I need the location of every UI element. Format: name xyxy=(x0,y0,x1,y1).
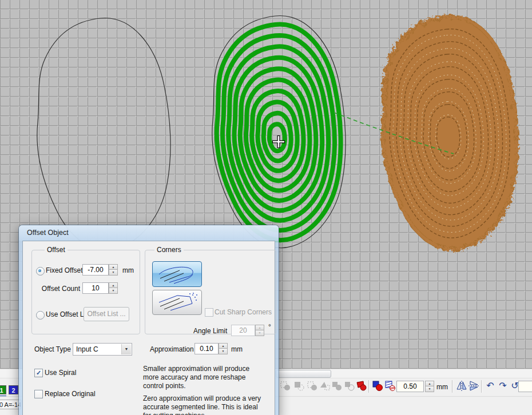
fixed-offset-unit: mm xyxy=(122,266,134,274)
approximation-note-2: Zero approximation will produce a very a… xyxy=(143,394,267,415)
step-up-button[interactable]: ▲ xyxy=(109,264,118,270)
replace-original-checkbox[interactable] xyxy=(34,390,43,398)
offset-object-dialog: Offset Object Offset Fixed Offset ▲▼ mm … xyxy=(19,225,279,415)
step-up-button[interactable]: ▲ xyxy=(255,325,264,330)
step-up-button[interactable]: ▲ xyxy=(219,343,228,349)
object-type-value: Input C xyxy=(76,345,98,353)
fixed-offset-radio[interactable] xyxy=(36,267,45,276)
approximation-input[interactable] xyxy=(194,343,219,354)
gray-shapes-icon-5[interactable] xyxy=(331,380,343,392)
scrollbar-thumb[interactable] xyxy=(276,370,331,378)
object-type-dropdown[interactable]: Input C ▼ xyxy=(73,343,132,356)
dialog-title: Offset Object xyxy=(27,229,69,237)
offset-count-label: Offset Count xyxy=(34,285,80,293)
rotate-left-icon[interactable]: ↶ xyxy=(484,380,497,392)
toolbar-separator xyxy=(452,380,453,393)
approximation-unit: mm xyxy=(231,345,243,353)
sharp-corner-icon xyxy=(157,293,198,312)
approximation-note-1: Smaller approximation will produce more … xyxy=(143,365,267,390)
cut-sharp-corners-checkbox[interactable] xyxy=(205,308,213,317)
gray-shapes-icon-3[interactable] xyxy=(306,380,319,392)
stitch-length-stepper[interactable]: ▲ ▼ xyxy=(425,381,434,392)
step-up-button[interactable]: ▲ xyxy=(109,282,118,288)
palette-color-1[interactable]: 1 xyxy=(0,385,6,394)
step-down-button[interactable]: ▼ xyxy=(425,386,434,392)
corners-group: Corners Cut Sharp Corne xyxy=(145,250,276,334)
fixed-offset-label: Fixed Offset xyxy=(46,266,82,274)
toolbar-separator xyxy=(481,380,482,393)
spiral-offset-object[interactable] xyxy=(212,16,346,248)
gray-shapes-icon-6[interactable] xyxy=(343,380,356,392)
replace-original-label: Replace Original xyxy=(45,390,96,398)
stitch-length-unit: mm xyxy=(436,383,448,391)
gray-shapes-icon-1[interactable] xyxy=(279,380,292,392)
stitch-length-input[interactable] xyxy=(396,381,424,392)
approximation-stepper[interactable]: ▲▼ xyxy=(219,343,228,354)
offset-count-stepper[interactable]: ▲▼ xyxy=(109,282,118,294)
gray-shapes-icon-2[interactable] xyxy=(293,380,305,392)
stitched-object[interactable] xyxy=(383,17,517,249)
sharp-corner-button[interactable] xyxy=(152,290,202,315)
corners-group-label: Corners xyxy=(154,246,184,254)
approximation-label: Approximation xyxy=(150,345,194,353)
angle-limit-input[interactable] xyxy=(231,325,255,336)
fixed-offset-stepper[interactable]: ▲▼ xyxy=(109,264,118,276)
status-readout: 0 A=-14 xyxy=(0,400,21,409)
rotate-angle-input[interactable] xyxy=(518,381,532,392)
rounded-corner-button[interactable] xyxy=(152,261,202,287)
step-down-button[interactable]: ▼ xyxy=(109,270,118,276)
step-down-button[interactable]: ▼ xyxy=(109,288,118,294)
angle-limit-unit: ° xyxy=(268,323,271,331)
gray-shapes-icon-4[interactable] xyxy=(319,380,331,392)
dialog-titlebar[interactable]: Offset Object xyxy=(19,225,279,241)
hatched-square-red-circle-icon[interactable] xyxy=(384,380,396,392)
rounded-corner-icon xyxy=(157,265,198,284)
mirror-vertical-icon[interactable] xyxy=(467,380,480,392)
mirror-horizontal-icon[interactable] xyxy=(455,380,468,392)
offset-count-input[interactable] xyxy=(82,282,109,294)
blue-square-red-circle-icon[interactable] xyxy=(371,380,384,392)
object-type-label: Object Type xyxy=(34,345,71,353)
use-offset-list-radio[interactable] xyxy=(36,311,45,320)
red-shape-circle-icon[interactable] xyxy=(355,380,368,392)
angle-limit-label: Angle Limit xyxy=(193,327,227,335)
chevron-down-icon[interactable]: ▼ xyxy=(121,344,131,354)
use-spiral-checkbox[interactable]: ✓ xyxy=(34,369,43,377)
use-spiral-label: Use Spiral xyxy=(45,369,76,377)
angle-limit-stepper[interactable]: ▲▼ xyxy=(255,325,264,336)
toolbar-separator xyxy=(368,380,370,393)
outline-object[interactable] xyxy=(37,18,170,250)
step-up-button[interactable]: ▲ xyxy=(425,381,434,386)
offset-list-button[interactable]: Offset List ... xyxy=(84,307,129,321)
cut-sharp-corners-label: Cut Sharp Corners xyxy=(215,308,272,316)
offset-group: Offset Fixed Offset ▲▼ mm Offset Count ▲… xyxy=(31,250,140,334)
dialog-body: Offset Fixed Offset ▲▼ mm Offset Count ▲… xyxy=(22,241,275,415)
fixed-offset-input[interactable] xyxy=(82,264,109,276)
rotate-right-icon[interactable]: ↷ xyxy=(497,380,509,392)
step-down-button[interactable]: ▼ xyxy=(219,349,228,354)
palette-color-2[interactable]: 2 xyxy=(9,385,18,394)
offset-group-label: Offset xyxy=(45,246,68,254)
step-down-button[interactable]: ▼ xyxy=(255,330,264,336)
application-window: 1 2 xyxy=(0,0,532,415)
